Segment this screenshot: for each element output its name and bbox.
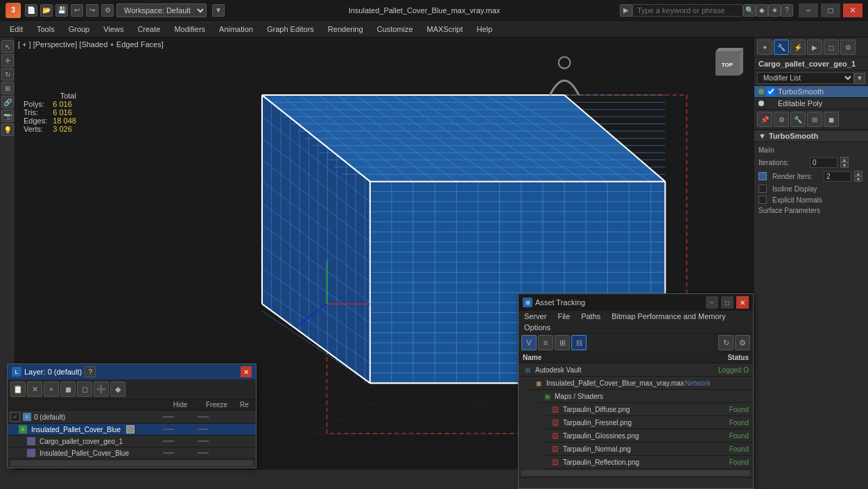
- modifier-expand-btn[interactable]: ▼: [854, 73, 865, 84]
- asset-list-btn[interactable]: ≡: [538, 335, 553, 350]
- new-file-btn[interactable]: 📄: [25, 4, 37, 17]
- layer-row-default[interactable]: ✓ ≡ 0 (default): [8, 411, 256, 424]
- asset-row-vault[interactable]: ⊞ Autodesk Vault Logged O: [519, 363, 753, 377]
- search-btn[interactable]: 🔍: [743, 4, 756, 17]
- asset-menu-file[interactable]: File: [552, 311, 575, 322]
- iterations-input[interactable]: [810, 157, 837, 168]
- asset-grid-btn[interactable]: ⊟: [571, 335, 587, 350]
- help-icons-2[interactable]: ★: [768, 4, 781, 17]
- asset-vault-btn[interactable]: V: [521, 335, 537, 350]
- menu-create[interactable]: Create: [130, 24, 167, 35]
- asset-refresh-btn[interactable]: ↻: [718, 335, 734, 350]
- asset-row-diffuse[interactable]: 🖼 Tarpaulin_Diffuse.png Found: [546, 403, 753, 416]
- asset-row-maps[interactable]: ▣ Maps / Shaders: [538, 390, 753, 403]
- menu-modifiers[interactable]: Modifiers: [167, 24, 212, 35]
- save-file-btn[interactable]: 💾: [55, 4, 68, 17]
- menu-animation[interactable]: Animation: [212, 24, 260, 35]
- asset-maximize-btn[interactable]: □: [721, 296, 734, 309]
- layer-row-cover[interactable]: Insulated_Pallet_Cover_Blue: [8, 447, 256, 459]
- create-tab-btn[interactable]: ✦: [757, 40, 772, 55]
- asset-menu-paths[interactable]: Paths: [575, 311, 606, 322]
- layer-delete-btn[interactable]: ✕: [27, 381, 42, 397]
- render-iters-down-btn[interactable]: ▼: [854, 176, 862, 182]
- modifier-dropdown[interactable]: Modifier List: [757, 72, 854, 84]
- modifier-tools-btn[interactable]: 🔧: [790, 112, 806, 127]
- asset-row-max[interactable]: ◼ Insulated_Pallet_Cover_Blue_max_vray.m…: [530, 377, 753, 390]
- pin-stack-btn[interactable]: 📌: [757, 112, 772, 127]
- layer-add-btn[interactable]: +: [44, 381, 59, 397]
- menu-tools[interactable]: Tools: [30, 24, 62, 35]
- close-btn[interactable]: ✕: [843, 3, 862, 17]
- workspace-dropdown[interactable]: Workspace: Default: [116, 3, 207, 17]
- modifier-expand2-btn[interactable]: ◼: [824, 112, 839, 127]
- menu-graph-editors[interactable]: Graph Editors: [260, 24, 321, 35]
- help-icons-1[interactable]: ◆: [756, 4, 768, 17]
- layer-row-insulated[interactable]: ≡ Insulated_Pallet_Cover_Blue: [8, 424, 256, 436]
- layer-scroll[interactable]: [10, 461, 253, 466]
- menu-group[interactable]: Group: [62, 24, 97, 35]
- light-tool[interactable]: 💡: [1, 123, 14, 136]
- asset-menu-bitmap[interactable]: Bitmap Performance and Memory: [606, 311, 731, 322]
- asset-menu-server[interactable]: Server: [519, 311, 552, 322]
- layer-insulated-color[interactable]: [126, 425, 134, 434]
- layer-close-btn[interactable]: ✕: [241, 366, 252, 377]
- modifier-turbosmooth-checkbox[interactable]: [767, 87, 775, 96]
- asset-close-btn[interactable]: ✕: [736, 296, 749, 309]
- open-file-btn[interactable]: 📂: [40, 4, 53, 17]
- asset-row-glossines[interactable]: 🖼 Tarpaulin_Glossines.png Found: [546, 429, 753, 443]
- asset-scroll[interactable]: [521, 470, 750, 476]
- menu-maxscript[interactable]: MAXScript: [420, 24, 470, 35]
- select-tool[interactable]: ↖: [1, 40, 14, 53]
- asset-minimize-btn[interactable]: −: [706, 296, 718, 309]
- menu-views[interactable]: Views: [96, 24, 130, 35]
- menu-edit[interactable]: Edit: [3, 24, 30, 35]
- render-iters-up-btn[interactable]: ▲: [854, 171, 862, 176]
- workspace-expand-btn[interactable]: ▼: [212, 4, 225, 17]
- camera-tool[interactable]: 📷: [1, 110, 14, 122]
- explicit-normals-checkbox[interactable]: [758, 196, 767, 204]
- rotate-tool[interactable]: ↻: [1, 68, 14, 80]
- render-iters-checkbox[interactable]: [758, 172, 767, 180]
- asset-menu-options[interactable]: Options: [519, 322, 556, 333]
- link-tool[interactable]: 🔗: [1, 96, 14, 108]
- utilities-tab-btn[interactable]: ⚙: [840, 40, 856, 55]
- asset-row-normal[interactable]: 🖼 Tarpaulin_Normal.png Found: [546, 443, 753, 456]
- undo-btn[interactable]: ↩: [71, 4, 83, 17]
- layer-help-btn[interactable]: ?: [85, 366, 96, 377]
- layer-select-children-btn[interactable]: ◼: [60, 381, 76, 397]
- layer-select-by-name-btn[interactable]: 📋: [10, 381, 26, 397]
- hierarchy-tab-btn[interactable]: ⚡: [790, 40, 806, 55]
- expand-title-btn[interactable]: ▶: [620, 4, 632, 17]
- help-btn[interactable]: ?: [781, 4, 793, 17]
- settings-btn[interactable]: ⚙: [101, 4, 114, 17]
- redo-btn[interactable]: ↪: [86, 4, 98, 17]
- menu-customize[interactable]: Customize: [370, 24, 420, 35]
- asset-settings-btn[interactable]: ⚙: [735, 335, 750, 350]
- asset-row-fresnel[interactable]: 🖼 Tarpaulin_Fresnel.png Found: [546, 416, 753, 429]
- modifier-more-btn[interactable]: ⊞: [807, 112, 822, 127]
- asset-tree-btn[interactable]: ⊞: [555, 335, 570, 350]
- move-tool[interactable]: ✛: [1, 54, 14, 67]
- menu-help[interactable]: Help: [470, 24, 500, 35]
- layer-select-by-layer-btn[interactable]: ◆: [110, 381, 125, 397]
- layer-deselect-btn[interactable]: ◻: [77, 381, 92, 397]
- motion-tab-btn[interactable]: ▶: [807, 40, 822, 55]
- menu-rendering[interactable]: Rendering: [321, 24, 370, 35]
- layer-add-selected-btn[interactable]: ➕: [94, 381, 109, 397]
- turbosmooth-section-header[interactable]: ▼ TurboSmooth: [754, 130, 868, 142]
- maximize-btn[interactable]: □: [821, 3, 840, 17]
- minimize-btn[interactable]: −: [799, 3, 818, 17]
- display-tab-btn[interactable]: ◻: [824, 40, 839, 55]
- modifier-turbosmooth[interactable]: TurboSmooth: [754, 86, 868, 98]
- layer-row-cargo[interactable]: Cargo_pallet_cover_geo_1: [8, 436, 256, 447]
- modifier-editable-poly[interactable]: Editable Poly: [754, 98, 868, 110]
- iterations-up-btn[interactable]: ▲: [840, 157, 849, 162]
- modify-tab-btn[interactable]: 🔧: [774, 40, 789, 55]
- asset-row-reflection[interactable]: 🖼 Tarpaulin_Reflection.png Found: [546, 456, 753, 469]
- iterations-down-btn[interactable]: ▼: [840, 162, 849, 168]
- isoline-checkbox[interactable]: [758, 185, 767, 193]
- scale-tool[interactable]: ⊞: [1, 82, 14, 94]
- layer-default-check[interactable]: ✓: [10, 412, 20, 422]
- config-btn[interactable]: ⚙: [774, 112, 789, 127]
- viewcube[interactable]: TOP: [709, 44, 747, 83]
